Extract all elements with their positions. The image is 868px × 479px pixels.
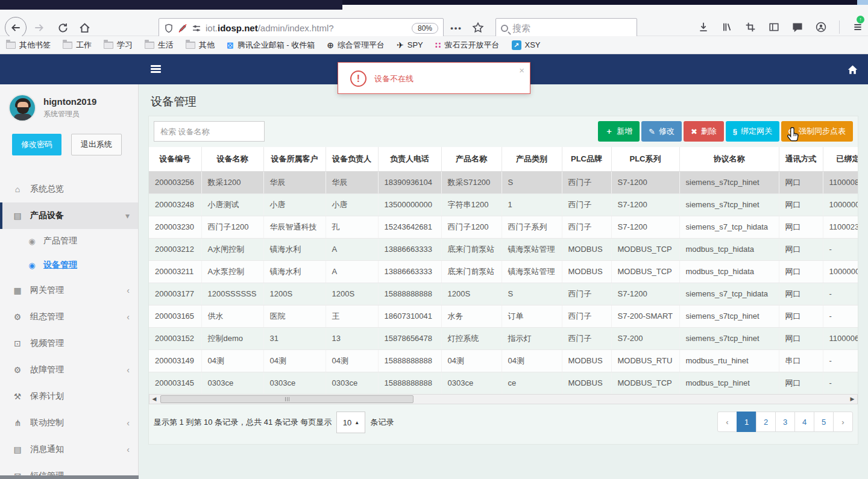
- page-number-button[interactable]: 1: [737, 412, 756, 432]
- action-button-修改[interactable]: ✎修改: [641, 121, 682, 142]
- page-size-select[interactable]: 10 ▲: [336, 412, 365, 433]
- reload-button[interactable]: [55, 21, 70, 34]
- action-button-新增[interactable]: ＋新增: [598, 121, 640, 142]
- forward-button[interactable]: [31, 22, 47, 33]
- table-row[interactable]: 200003165供水医院王18607310041水务订单西门子S7-200-S…: [149, 305, 858, 327]
- action-button-绑定网关[interactable]: §绑定网关: [726, 121, 779, 142]
- page-prev-button[interactable]: ‹: [717, 412, 737, 432]
- table-cell: 水务: [441, 305, 502, 327]
- sidebar-collapse-button[interactable]: [151, 65, 161, 73]
- sidebar-item[interactable]: ▤产品设备▾: [0, 202, 138, 229]
- bookmark-item[interactable]: ✈SPY: [397, 40, 423, 50]
- table-row[interactable]: 200003152控制demo311315878656478灯控系统指示灯西门子…: [149, 327, 858, 349]
- sidebar-item[interactable]: ▤消息通知‹: [0, 436, 138, 463]
- back-button[interactable]: [5, 17, 27, 39]
- sidebar-subitem[interactable]: ◉产品管理: [0, 229, 138, 253]
- reload-icon: [57, 22, 69, 34]
- table-cell: 数采S71200: [441, 171, 502, 193]
- page-number-button[interactable]: 4: [794, 412, 814, 432]
- bookmark-item[interactable]: 其他书签: [6, 40, 51, 51]
- column-header[interactable]: PLC品牌: [562, 147, 611, 171]
- permissions-icon[interactable]: [192, 23, 201, 33]
- column-header[interactable]: 设备名称: [201, 147, 263, 171]
- bookmark-item[interactable]: 工作: [63, 40, 92, 51]
- column-header[interactable]: 设备负责人: [326, 147, 378, 171]
- table-row[interactable]: 20000314904测04测04测1588888888804测04测MODBU…: [149, 349, 858, 372]
- browser-active-tab[interactable]: [0, 0, 342, 10]
- zoom-level-badge[interactable]: 80%: [412, 23, 438, 34]
- download-icon[interactable]: [698, 22, 709, 33]
- sidebar-item[interactable]: ⊡视频管理: [0, 330, 138, 357]
- page-next-button[interactable]: ›: [833, 412, 853, 432]
- bookmark-item[interactable]: 生活: [145, 40, 174, 51]
- browser-search-input[interactable]: [512, 23, 632, 33]
- bookmark-item[interactable]: ⊠腾讯企业邮箱 - 收件箱: [227, 40, 315, 51]
- action-button-label: 强制同步点表: [799, 126, 846, 137]
- table-row[interactable]: 200003211A水泵控制镇海水利A13886663333底来门前泵站镇海泵站…: [149, 260, 858, 283]
- column-header[interactable]: 设备所属客户: [263, 147, 326, 171]
- scroll-right-arrow[interactable]: ▶: [848, 395, 857, 404]
- column-header[interactable]: 已绑定网关: [823, 147, 858, 171]
- page-number-button[interactable]: 3: [775, 412, 795, 432]
- sidebar-item[interactable]: ⚒保养计划: [0, 383, 138, 410]
- column-header[interactable]: 产品名称: [441, 147, 502, 171]
- page-number-button[interactable]: 5: [814, 412, 834, 432]
- bookmark-star-icon[interactable]: [470, 20, 486, 35]
- column-header[interactable]: 产品类别: [502, 147, 562, 171]
- table-row[interactable]: 2000031771200SSSSSS1200S1200S15888888888…: [149, 283, 858, 305]
- column-header[interactable]: 协议名称: [679, 147, 779, 171]
- table-row[interactable]: 200003212A水闸控制镇海水利A13886663333底来门前泵站镇海泵站…: [149, 238, 858, 260]
- sidebar-item[interactable]: ⌂系统总览: [0, 176, 138, 202]
- table-cell: -: [823, 305, 858, 327]
- images-blocked-icon[interactable]: [178, 23, 187, 33]
- table-row[interactable]: 200003230西门子1200华辰智通科技孔15243642681西门子120…: [149, 216, 858, 238]
- horizontal-scrollbar[interactable]: ◀ ▶: [149, 394, 858, 404]
- column-header[interactable]: PLC系列: [611, 147, 679, 171]
- page-number-button[interactable]: 2: [756, 412, 776, 432]
- action-button-删除[interactable]: ✖删除: [684, 121, 724, 142]
- column-header[interactable]: 通讯方式: [779, 147, 823, 171]
- table-cell: 镇海水利: [263, 260, 326, 283]
- scrollbar-track[interactable]: [159, 395, 848, 404]
- screenshot-crop-icon[interactable]: [745, 22, 756, 33]
- device-search-input[interactable]: [154, 121, 265, 142]
- scrollbar-thumb[interactable]: [160, 395, 414, 403]
- action-button-强制同步点表[interactable]: ⟳强制同步点表: [781, 121, 853, 142]
- app-home-button[interactable]: [847, 64, 858, 75]
- sidebar-subitem[interactable]: ◉设备管理: [0, 253, 138, 277]
- sidebar-item[interactable]: ⚙故障管理‹: [0, 357, 138, 383]
- bookmark-item[interactable]: 学习: [104, 40, 133, 51]
- bookmark-item[interactable]: 其他: [186, 40, 215, 51]
- table-cell: MODBUS: [562, 260, 611, 283]
- column-header[interactable]: 设备编号: [149, 147, 201, 171]
- sidebar-item[interactable]: ⋔联动控制‹: [0, 410, 138, 436]
- sidebar-toggle-icon[interactable]: [769, 22, 779, 33]
- logout-button[interactable]: 退出系统: [71, 134, 122, 155]
- bookmark-item[interactable]: ∷萤石云开放平台: [435, 40, 500, 51]
- column-header[interactable]: 负责人电话: [378, 147, 441, 171]
- url-bar[interactable]: iot.idosp.net/admin/index.html? 80%: [159, 18, 444, 38]
- sidebar-item[interactable]: ⚙组态管理‹: [0, 304, 138, 330]
- bookmark-item[interactable]: ⊕综合管理平台: [327, 40, 385, 51]
- browser-search-box[interactable]: [495, 18, 637, 38]
- avatar[interactable]: [8, 94, 36, 122]
- browser-home-button[interactable]: [77, 21, 92, 34]
- scroll-left-arrow[interactable]: ◀: [149, 395, 159, 404]
- table-cell: 字符串1200: [441, 193, 502, 216]
- account-icon[interactable]: [816, 22, 826, 33]
- sidebar-item-label: 联动控制: [30, 418, 127, 428]
- table-cell: 网口: [779, 238, 823, 260]
- table-cell: 04测: [263, 349, 326, 372]
- table-row[interactable]: 200003248小唐测试小唐小唐13500000000字符串12001西门子S…: [149, 193, 858, 216]
- bookmark-item[interactable]: ↗XSY: [512, 40, 541, 50]
- page-actions-button[interactable]: •••: [448, 22, 464, 34]
- sidebar-item-label: 视频管理: [30, 338, 130, 349]
- sidebar-item[interactable]: ▦网关管理‹: [0, 277, 138, 304]
- table-row[interactable]: 200003256数采1200华辰华辰18390936104数采S71200S西…: [149, 171, 858, 193]
- table-row[interactable]: 2000031450303ce0303ce0303ce1588888888803…: [149, 372, 858, 394]
- library-icon[interactable]: [722, 22, 732, 33]
- pocket-chat-icon[interactable]: [792, 22, 803, 33]
- alert-close-icon[interactable]: ×: [519, 65, 524, 75]
- change-password-button[interactable]: 修改密码: [12, 134, 61, 155]
- table-cell: 200003177: [149, 283, 201, 305]
